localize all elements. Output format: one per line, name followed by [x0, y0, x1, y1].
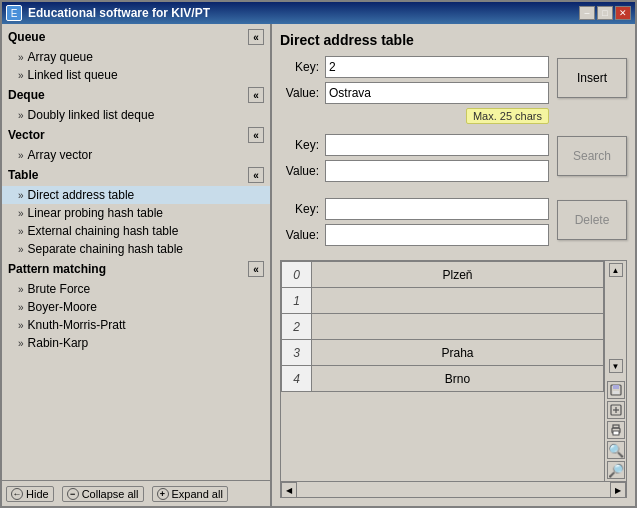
sidebar-item-array-queue[interactable]: » Array queue: [2, 48, 270, 66]
table-row[interactable]: 3Praha: [282, 340, 604, 366]
save-icon[interactable]: [607, 381, 625, 399]
sidebar-section-deque[interactable]: Deque «: [2, 84, 270, 106]
sidebar-item-knuth-morris[interactable]: » Knuth-Morris-Pratt: [2, 316, 270, 334]
delete-button[interactable]: Delete: [557, 200, 627, 240]
sidebar-section-pattern[interactable]: Pattern matching «: [2, 258, 270, 280]
title-bar: E Educational software for KIV/PT – □ ✕: [2, 2, 635, 24]
table-scroll[interactable]: 0Plzeň123Praha4Brno: [281, 261, 604, 481]
collapse-table-btn[interactable]: «: [248, 167, 264, 183]
svg-rect-8: [613, 431, 619, 435]
arrow-icon: »: [18, 284, 24, 295]
table-row[interactable]: 0Plzeň: [282, 262, 604, 288]
save-alt-icon[interactable]: [607, 401, 625, 419]
collapse-vector-btn[interactable]: «: [248, 127, 264, 143]
collapse-all-button[interactable]: − Collapse all: [62, 486, 144, 502]
sidebar-item-linear-probing[interactable]: » Linear probing hash table: [2, 204, 270, 222]
minimize-button[interactable]: –: [579, 6, 595, 20]
delete-value-label: Value:: [280, 228, 325, 242]
search-form-group: Key: Value: Search: [280, 134, 627, 186]
sidebar-section-queue[interactable]: Queue «: [2, 26, 270, 48]
hide-icon: ←: [11, 488, 23, 500]
sidebar-item-linked-list-queue-label: Linked list queue: [28, 68, 118, 82]
svg-rect-1: [613, 385, 619, 389]
sidebar-item-brute-force[interactable]: » Brute Force: [2, 280, 270, 298]
search-key-input[interactable]: [325, 134, 549, 156]
row-index-cell: 2: [282, 314, 312, 340]
insert-key-input[interactable]: [325, 56, 549, 78]
delete-key-row: Key:: [280, 198, 549, 220]
arrow-icon: »: [18, 150, 24, 161]
table-row[interactable]: 1: [282, 288, 604, 314]
content-area: Queue « » Array queue » Linked list queu…: [2, 24, 635, 506]
arrow-icon: »: [18, 70, 24, 81]
sidebar-item-rabin-karp-label: Rabin-Karp: [28, 336, 89, 350]
arrow-icon: »: [18, 302, 24, 313]
app-icon: E: [6, 5, 22, 21]
sidebar-item-direct-address[interactable]: » Direct address table: [2, 186, 270, 204]
svg-rect-7: [613, 425, 619, 428]
print-icon[interactable]: [607, 421, 625, 439]
h-scroll-bar[interactable]: ◀ ▶: [280, 482, 627, 498]
delete-value-input[interactable]: [325, 224, 549, 246]
sidebar-item-boyer-moore[interactable]: » Boyer-Moore: [2, 298, 270, 316]
sidebar-item-array-vector[interactable]: » Array vector: [2, 146, 270, 164]
zoom-in-icon[interactable]: 🔎: [607, 461, 625, 479]
insert-key-row: Key:: [280, 56, 549, 78]
hide-label: Hide: [26, 488, 49, 500]
maximize-button[interactable]: □: [597, 6, 613, 20]
h-scroll-track: [297, 482, 610, 497]
row-index-cell: 1: [282, 288, 312, 314]
scroll-up-btn[interactable]: ▲: [609, 263, 623, 277]
row-value-cell: Brno: [312, 366, 604, 392]
delete-btn-container: Delete: [549, 198, 627, 240]
arrow-icon: »: [18, 320, 24, 331]
insert-btn-container: Insert: [549, 56, 627, 98]
sidebar-item-linear-probing-label: Linear probing hash table: [28, 206, 163, 220]
close-button[interactable]: ✕: [615, 6, 631, 20]
insert-key-label: Key:: [280, 60, 325, 74]
sidebar-item-rabin-karp[interactable]: » Rabin-Karp: [2, 334, 270, 352]
search-key-row: Key:: [280, 134, 549, 156]
sidebar-item-brute-force-label: Brute Force: [28, 282, 91, 296]
sidebar-item-external-chaining[interactable]: » External chaining hash table: [2, 222, 270, 240]
arrow-icon: »: [18, 52, 24, 63]
collapse-queue-btn[interactable]: «: [248, 29, 264, 45]
zoom-out-icon[interactable]: 🔍: [607, 441, 625, 459]
side-toolbar: ▲ ▼ 🔍 🔎: [604, 261, 626, 481]
search-value-input[interactable]: [325, 160, 549, 182]
collapse-all-label: Collapse all: [82, 488, 139, 500]
table-row[interactable]: 4Brno: [282, 366, 604, 392]
delete-fields: Key: Value:: [280, 198, 549, 250]
hide-button[interactable]: ← Hide: [6, 486, 54, 502]
sidebar-item-linked-list-queue[interactable]: » Linked list queue: [2, 66, 270, 84]
expand-all-button[interactable]: + Expand all: [152, 486, 228, 502]
search-button[interactable]: Search: [557, 136, 627, 176]
row-index-cell: 0: [282, 262, 312, 288]
sidebar-section-vector[interactable]: Vector «: [2, 124, 270, 146]
scroll-down-btn[interactable]: ▼: [609, 359, 623, 373]
collapse-deque-btn[interactable]: «: [248, 87, 264, 103]
arrow-icon: »: [18, 110, 24, 121]
h-scroll-left-btn[interactable]: ◀: [281, 482, 297, 498]
delete-key-input[interactable]: [325, 198, 549, 220]
search-key-label: Key:: [280, 138, 325, 152]
insert-value-input[interactable]: [325, 82, 549, 104]
insert-hint-row: Max. 25 chars: [280, 108, 549, 124]
insert-fields: Key: Value: Max. 25 chars: [280, 56, 549, 128]
sidebar-item-doubly-linked-deque[interactable]: » Doubly linked list deque: [2, 106, 270, 124]
collapse-pattern-btn[interactable]: «: [248, 261, 264, 277]
arrow-icon: »: [18, 226, 24, 237]
sidebar-section-table[interactable]: Table «: [2, 164, 270, 186]
delete-value-row: Value:: [280, 224, 549, 246]
sidebar-scroll[interactable]: Queue « » Array queue » Linked list queu…: [2, 24, 270, 480]
sidebar-item-separate-chaining[interactable]: » Separate chaining hash table: [2, 240, 270, 258]
row-value-cell: Plzeň: [312, 262, 604, 288]
insert-button[interactable]: Insert: [557, 58, 627, 98]
arrow-icon: »: [18, 338, 24, 349]
table-row[interactable]: 2: [282, 314, 604, 340]
row-value-cell: Praha: [312, 340, 604, 366]
row-index-cell: 4: [282, 366, 312, 392]
h-scroll-right-btn[interactable]: ▶: [610, 482, 626, 498]
right-panel: Direct address table Key: Value: Max. 25…: [272, 24, 635, 506]
sidebar-item-direct-address-label: Direct address table: [28, 188, 135, 202]
